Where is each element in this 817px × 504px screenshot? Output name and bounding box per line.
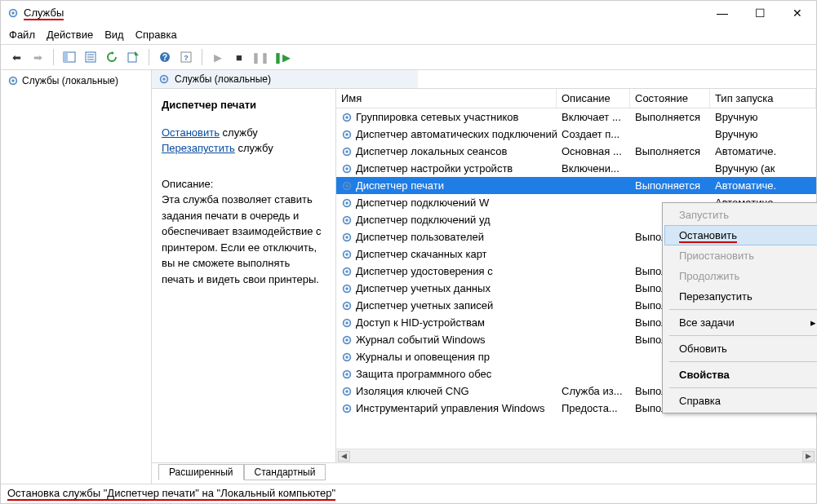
menu-file[interactable]: Файл [9, 29, 35, 41]
ctx-all-tasks[interactable]: Все задачи▸ [664, 312, 817, 333]
service-name: Диспетчер удостоверения с [356, 265, 493, 277]
scroll-right-button[interactable]: ▶ [802, 451, 815, 462]
close-button[interactable]: ✕ [779, 1, 816, 25]
service-name: Диспетчер подключений W [356, 197, 489, 209]
service-name: Диспетчер пользователей [356, 231, 484, 243]
restart-suffix: службу [235, 142, 273, 154]
gear-icon [341, 214, 353, 226]
service-name: Защита программного обес [356, 368, 491, 380]
service-name: Диспетчер подключений уд [356, 214, 491, 226]
ctx-stop[interactable]: Остановить [664, 225, 817, 245]
chevron-right-icon: ▸ [810, 316, 816, 329]
svg-point-24 [345, 167, 349, 170]
minimize-button[interactable]: — [704, 1, 741, 25]
separator [149, 49, 149, 65]
list-header: Имя Описание Состояние Тип запуска [336, 89, 816, 108]
refresh-button[interactable] [103, 48, 121, 66]
gear-icon [7, 75, 19, 86]
ctx-stop-label: Остановить [679, 229, 737, 243]
service-desc: Основная ... [557, 145, 630, 157]
export-button[interactable] [124, 48, 142, 66]
svg-point-20 [345, 133, 349, 136]
menu-view[interactable]: Вид [104, 29, 124, 41]
tree-root-item[interactable]: Службы (локальные) [6, 73, 146, 88]
svg-point-48 [345, 373, 349, 376]
detail-stop-line: Остановить службу [162, 125, 326, 141]
main-content: Диспетчер печати Остановить службу Перез… [152, 89, 816, 462]
ctx-all-tasks-label: Все задачи [679, 316, 735, 329]
pause-service-button[interactable]: ❚❚ [251, 48, 269, 66]
svg-point-26 [345, 184, 349, 188]
scroll-left-button[interactable]: ◀ [338, 451, 350, 462]
main-header: Службы (локальные) [152, 70, 816, 89]
main-pane: Службы (локальные) Диспетчер печати Оста… [152, 70, 816, 484]
status-text: Остановка службы "Диспетчер печати" на "… [7, 487, 335, 501]
service-row[interactable]: Диспетчер печатиВыполняетсяАвтоматиче. [336, 177, 816, 194]
tree-root-label: Службы (локальные) [22, 75, 118, 86]
stop-service-link[interactable]: Остановить [162, 126, 220, 139]
menubar: Файл Действие Вид Справка [1, 25, 816, 45]
service-row[interactable]: Диспетчер автоматических подключений...С… [336, 126, 816, 143]
svg-text:?: ? [184, 54, 189, 62]
service-row[interactable]: Диспетчер настройки устройствВключени...… [336, 160, 816, 177]
forward-button[interactable]: ➡ [29, 48, 47, 66]
col-startup[interactable]: Тип запуска [710, 89, 816, 108]
service-desc: Служба из... [557, 385, 630, 397]
ctx-refresh[interactable]: Обновить [664, 338, 817, 359]
ctx-help[interactable]: Справка [664, 391, 817, 411]
description-text: Эта служба позволяет ставить задания печ… [162, 192, 326, 287]
gear-icon [7, 7, 19, 19]
gear-icon [341, 369, 353, 380]
col-name[interactable]: Имя [336, 89, 557, 108]
restart-service-link[interactable]: Перезапустить [162, 142, 235, 154]
help-button[interactable]: ? [156, 48, 174, 66]
horizontal-scrollbar[interactable]: ◀ ▶ [336, 449, 816, 462]
restart-service-button[interactable]: ❚▶ [273, 48, 291, 66]
properties-button[interactable] [82, 48, 100, 66]
tab-extended[interactable]: Расширенный [158, 464, 244, 480]
description-label: Описание: [162, 176, 326, 192]
menu-help[interactable]: Справка [135, 29, 177, 41]
show-hide-tree-button[interactable] [60, 48, 78, 66]
svg-point-46 [345, 356, 349, 359]
maximize-button[interactable]: ☐ [741, 1, 779, 25]
gear-icon [341, 351, 353, 363]
svg-point-42 [345, 321, 349, 325]
svg-point-34 [345, 253, 349, 256]
menu-action[interactable]: Действие [47, 29, 93, 41]
help-topics-button[interactable]: ? [177, 48, 195, 66]
service-name: Диспетчер учетных данных [356, 282, 491, 294]
gear-icon [341, 112, 353, 123]
start-service-button[interactable]: ▶ [209, 48, 227, 66]
stop-service-button[interactable]: ■ [230, 48, 248, 66]
svg-point-22 [345, 150, 349, 153]
service-desc: Включает ... [557, 111, 630, 123]
service-row[interactable]: Группировка сетевых участниковВключает .… [336, 108, 816, 126]
service-state: Выполняется [630, 145, 710, 157]
col-description[interactable]: Описание [557, 89, 630, 108]
ctx-properties-label: Свойства [679, 369, 730, 381]
svg-point-52 [345, 407, 349, 410]
ctx-properties[interactable]: Свойства [664, 365, 817, 385]
col-state[interactable]: Состояние [630, 89, 710, 108]
service-name: Журналы и оповещения пр [356, 351, 490, 363]
detail-pane: Диспетчер печати Остановить службу Перез… [152, 89, 335, 462]
svg-point-28 [345, 201, 349, 205]
back-button[interactable]: ⬅ [7, 48, 25, 66]
service-startup: Автоматиче. [710, 145, 816, 157]
service-name: Диспетчер печати [356, 179, 444, 192]
stop-suffix: службу [220, 126, 258, 139]
detail-restart-line: Перезапустить службу [162, 140, 326, 157]
separator [53, 49, 54, 65]
tab-standard[interactable]: Стандартный [244, 464, 326, 480]
gear-icon [341, 180, 353, 192]
separator [669, 309, 817, 310]
ctx-restart[interactable]: Перезапустить [664, 286, 817, 307]
service-desc: Создает п... [557, 128, 630, 140]
service-row[interactable]: Диспетчер локальных сеансовОсновная ...В… [336, 143, 816, 160]
service-state: Выполняется [630, 111, 710, 123]
services-window: Службы — ☐ ✕ Файл Действие Вид Справка ⬅… [0, 0, 817, 504]
service-startup: Вручную [710, 128, 816, 140]
service-name: Инструментарий управления Windows [356, 402, 544, 414]
service-name: Диспетчер учетных записей [356, 299, 493, 312]
